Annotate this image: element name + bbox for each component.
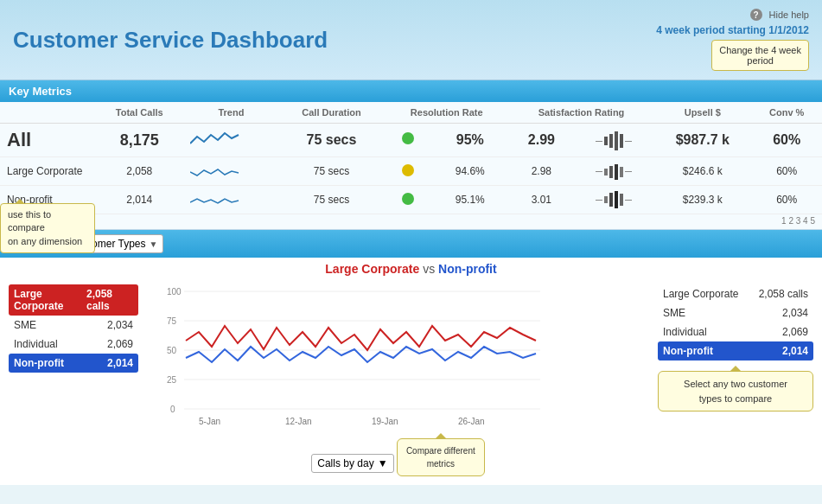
svg-text:50: 50 [167,346,177,355]
all-upsell: $987.7 k [676,132,730,147]
customer-name-individual: Individual [14,338,58,350]
right-customer-calls-individual: 2,069 [782,326,808,338]
header-right: ? Hide help 4 week period starting 1/1/2… [656,9,809,71]
right-customer-large-corporate[interactable]: Large Corporate 2,058 calls [658,284,813,303]
compare-dropdown-arrow: ▼ [150,239,158,249]
svg-text:12-Jan: 12-Jan [285,417,312,426]
right-customer-calls-sme: 2,034 [782,307,808,319]
col-resolution-rate: Resolution Rate [385,102,509,124]
col-total-calls: Total Calls [95,102,183,124]
large-corporate-satisfaction: 2.98 [509,157,574,186]
chart-title: Large Corporate vs Non-profit [0,258,822,284]
large-corporate-conv: 60% [751,157,822,186]
large-corporate-dot [402,164,414,176]
nonprofit-duration: 75 secs [278,186,384,214]
all-trend-chart [190,128,242,152]
nonprofit-conv: 60% [751,186,822,214]
chart-body: Large Corporate 2,058 calls SME 2,034 In… [0,284,822,485]
header: Customer Service Dashboard ? Hide help 4… [0,0,822,80]
metrics-table: Total Calls Trend Call Duration Resoluti… [0,102,822,214]
metrics-dropdown-value: Calls by day [317,457,373,469]
right-customer-name-np: Non-profit [663,345,713,357]
all-resolution-pct: 95% [456,132,484,147]
customer-calls-individual: 2,069 [107,338,133,350]
chart-right-panel: Large Corporate 2,058 calls SME 2,034 In… [649,284,813,476]
metrics-dropdown[interactable]: Calls by day ▼ [311,454,393,473]
nonprofit-satisfaction: 3.01 [509,186,574,214]
hide-help-label[interactable]: Hide help [769,10,809,20]
all-satisfaction: 2.99 [528,132,555,147]
svg-text:26-Jan: 26-Jan [458,417,485,426]
metrics-row-nonprofit: Non-profit use this to compareon any dim… [0,186,822,214]
right-customer-calls-np: 2,014 [782,345,808,357]
svg-text:0: 0 [170,405,175,414]
svg-text:75: 75 [167,316,177,326]
right-customer-nonprofit[interactable]: Non-profit 2,014 [658,341,813,360]
right-customer-name-individual: Individual [663,326,707,338]
all-total-calls: 8,175 [120,131,159,149]
help-icon: ? [750,9,762,21]
chart-title-blue: Non-profit [438,262,497,276]
large-corporate-trend [190,162,242,181]
large-corporate-resolution: 94.6% [431,157,509,186]
nonprofit-trend [190,190,242,209]
compare-bar: Compare Customer Types ▼ [0,230,822,258]
nonprofit-calls: 2,014 [95,186,183,214]
line-chart: 100 75 50 25 0 5-Jan [151,284,549,431]
chart-container: Large Corporate vs Non-profit Large Corp… [0,258,822,485]
svg-text:100: 100 [167,287,182,297]
nonprofit-dot [402,193,414,205]
large-corporate-duration: 75 secs [278,157,384,186]
nonprofit-rating-bar [596,191,632,208]
col-trend: Trend [183,102,278,124]
large-corporate-calls: 2,058 [95,157,183,186]
col-conv: Conv % [751,102,822,124]
all-conv: 60% [773,132,800,147]
customer-calls-sme: 2,034 [107,319,133,331]
change-period-button[interactable]: Change the 4 week period [711,40,809,71]
customer-name-sme: SME [14,319,36,331]
large-corporate-rating-bar [596,164,632,180]
customer-item-nonprofit[interactable]: Non-profit 2,014 [9,354,138,373]
col-call-duration: Call Duration [278,102,384,124]
right-customer-individual[interactable]: Individual 2,069 [658,322,813,341]
chart-middle: 100 75 50 25 0 5-Jan [147,284,649,476]
rating-scale: 1 2 3 4 5 [0,214,822,229]
customer-name-nonprofit: Non-profit [14,357,64,369]
dashboard-title: Customer Service Dashboard [13,27,328,54]
key-metrics-header: Key Metrics [0,80,822,102]
right-customer-name-lc: Large Corporate [663,288,738,300]
large-corporate-label: Large Corporate [0,157,95,186]
metrics-row-all: All 8,175 75 secs 95% 2.99 [0,124,822,157]
period-text: 4 week period starting 1/1/2012 [656,24,809,36]
customer-item-sme[interactable]: SME 2,034 [9,316,138,335]
right-customer-name-sme: SME [663,307,685,319]
metrics-dropdown-arrow: ▼ [378,457,388,469]
customer-item-large-corporate[interactable]: Large Corporate 2,058 calls [9,284,138,316]
svg-text:5-Jan: 5-Jan [199,417,220,426]
all-resolution-dot [402,132,414,144]
large-corporate-upsell: $246.6 k [653,157,751,186]
col-satisfaction-rating: Satisfaction Rating [509,102,653,124]
customer-item-individual[interactable]: Individual 2,069 [9,335,138,354]
chart-title-vs: vs [423,262,438,276]
right-customer-sme[interactable]: SME 2,034 [658,303,813,322]
chart-title-red: Large Corporate [325,262,419,276]
metrics-dropdown-area: Calls by day ▼ Compare differentmetrics [151,433,645,476]
svg-text:19-Jan: 19-Jan [372,417,398,426]
col-label [0,102,95,124]
compare-metrics-tooltip: Compare differentmetrics [397,438,485,476]
all-duration: 75 secs [307,132,357,147]
all-label: All [7,129,31,150]
customer-calls-nonprofit: 2,014 [107,357,133,369]
all-rating-bar [596,131,632,150]
customer-calls-large-corporate: 2,058 calls [86,288,133,312]
nonprofit-resolution: 95.1% [431,186,509,214]
right-customer-calls-lc: 2,058 calls [759,288,808,300]
tooltip-compare: use this to compareon any dimension [0,203,95,253]
customer-name-large-corporate: Large Corporate [14,288,86,312]
key-metrics-section: Key Metrics Total Calls Trend Call Durat… [0,80,822,230]
metrics-row-large-corporate: Large Corporate 2,058 75 secs 94.6% 2.98 [0,157,822,186]
chart-left-panel: Large Corporate 2,058 calls SME 2,034 In… [9,284,147,476]
nonprofit-upsell: $239.3 k [653,186,751,214]
